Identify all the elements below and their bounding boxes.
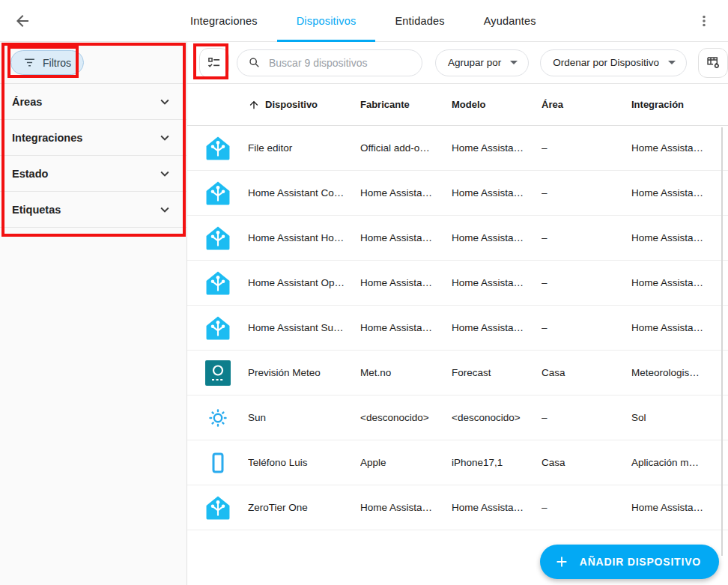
- device-area: –: [542, 412, 631, 423]
- home-assistant-icon: [204, 225, 231, 252]
- chevron-down-icon: [157, 130, 173, 146]
- search-icon: [248, 56, 261, 70]
- filters-row: Filtros: [0, 42, 186, 84]
- section-label: Estado: [12, 168, 48, 180]
- column-header-fabricante[interactable]: Fabricante: [360, 99, 452, 110]
- device-manufacturer: Home Assista…: [360, 277, 452, 288]
- column-header-integracion[interactable]: Integración: [631, 99, 728, 110]
- device-area: –: [542, 187, 631, 198]
- device-name: ZeroTier One: [248, 502, 360, 513]
- device-model: Home Assista…: [452, 322, 542, 333]
- device-name: Home Assistant Co…: [248, 187, 360, 198]
- dropdown-caret-icon: [668, 61, 676, 64]
- device-name: Home Assistant Ho…: [248, 232, 360, 243]
- sun-icon: [204, 404, 231, 431]
- device-name: Home Assistant Op…: [248, 277, 360, 288]
- tab-integraciones[interactable]: Integraciones: [171, 0, 277, 42]
- back-arrow-icon[interactable]: [12, 10, 33, 31]
- sidebar-section-estado[interactable]: Estado: [0, 156, 186, 192]
- device-manufacturer: Home Assista…: [360, 232, 452, 243]
- add-device-label: AÑADIR DISPOSITIVO: [580, 556, 701, 568]
- table-header: Dispositivo Fabricante Modelo Área Integ…: [187, 84, 728, 126]
- search-box: [237, 49, 422, 76]
- sort-by-button[interactable]: Ordenar por Dispositivo: [540, 49, 687, 76]
- sidebar-section-areas[interactable]: Áreas: [0, 84, 186, 120]
- device-integration: Aplicación m…: [631, 457, 728, 468]
- device-area: –: [542, 277, 631, 288]
- overflow-menu-icon[interactable]: [694, 10, 715, 31]
- device-integration: Home Assista…: [631, 322, 728, 333]
- device-integration: Home Assista…: [631, 187, 728, 198]
- table-row[interactable]: Previsión Meteo Met.no Forecast Casa Met…: [187, 351, 728, 395]
- device-area: –: [542, 322, 631, 333]
- device-area: Casa: [542, 457, 631, 468]
- device-name: Sun: [248, 412, 360, 423]
- device-manufacturer: Home Assista…: [360, 502, 452, 513]
- column-header-area[interactable]: Área: [542, 99, 631, 110]
- tab-ayudantes[interactable]: Ayudantes: [464, 0, 556, 42]
- column-header-modelo[interactable]: Modelo: [452, 99, 542, 110]
- met-no-weather-icon: [204, 360, 231, 387]
- device-name: File editor: [248, 142, 360, 154]
- home-assistant-icon: [204, 180, 231, 207]
- table-row[interactable]: Home Assistant Su… Home Assista… Home As…: [187, 306, 728, 351]
- device-manufacturer: Apple: [360, 457, 452, 468]
- sidebar-section-integraciones[interactable]: Integraciones: [0, 120, 186, 156]
- plus-icon: [553, 554, 570, 570]
- table-gear-icon: [706, 55, 721, 70]
- device-name: Teléfono Luis: [248, 457, 360, 468]
- tab-bar: Integraciones Dispositivos Entidades Ayu…: [171, 0, 556, 42]
- dropdown-caret-icon: [510, 61, 518, 64]
- filters-button[interactable]: Filtros: [10, 50, 84, 75]
- tab-dispositivos[interactable]: Dispositivos: [277, 0, 376, 42]
- device-model: <desconocido>: [452, 412, 542, 423]
- filters-button-label: Filtros: [43, 57, 71, 69]
- table-row[interactable]: Home Assistant Co… Home Assista… Home As…: [187, 171, 728, 216]
- group-by-button[interactable]: Agrupar por: [435, 49, 529, 76]
- add-device-button[interactable]: AÑADIR DISPOSITIVO: [540, 545, 719, 579]
- device-manufacturer: <desconocido>: [360, 412, 452, 423]
- chevron-down-icon: [157, 166, 173, 182]
- home-assistant-icon: [204, 135, 231, 162]
- search-input[interactable]: [269, 57, 413, 69]
- device-area: –: [542, 232, 631, 243]
- column-header-dispositivo[interactable]: Dispositivo: [248, 99, 360, 111]
- filter-sidebar: Filtros Áreas Integraciones Estado Etiqu…: [0, 42, 187, 585]
- device-model: Forecast: [452, 367, 542, 378]
- table-row[interactable]: Teléfono Luis Apple iPhone17,1 Casa Apli…: [187, 440, 728, 485]
- device-name: Previsión Meteo: [248, 367, 360, 378]
- tab-entidades[interactable]: Entidades: [375, 0, 464, 42]
- table-row[interactable]: ZeroTier One Home Assista… Home Assista……: [187, 485, 728, 530]
- list-checks-icon: [207, 55, 222, 70]
- device-integration: Home Assista…: [631, 142, 728, 154]
- sort-by-label: Ordenar por Dispositivo: [553, 57, 659, 68]
- device-manufacturer: Home Assista…: [360, 187, 452, 198]
- smartphone-icon: [204, 449, 231, 476]
- vertical-scrollbar[interactable]: [721, 127, 723, 556]
- device-manufacturer: Met.no: [360, 367, 452, 378]
- filter-variant-icon: [23, 56, 36, 69]
- table-row[interactable]: Home Assistant Ho… Home Assista… Home As…: [187, 216, 728, 261]
- table-row[interactable]: Sun <desconocido> <desconocido> – Sol: [187, 395, 728, 440]
- section-label: Áreas: [12, 96, 42, 108]
- device-area: –: [542, 142, 631, 154]
- section-label: Etiquetas: [12, 204, 61, 216]
- device-integration: Sol: [631, 412, 728, 423]
- group-by-label: Agrupar por: [448, 57, 501, 68]
- sidebar-section-etiquetas[interactable]: Etiquetas: [0, 192, 186, 228]
- device-integration: Home Assista…: [631, 277, 728, 288]
- top-app-bar: Integraciones Dispositivos Entidades Ayu…: [0, 0, 728, 42]
- column-settings-button[interactable]: [698, 48, 728, 78]
- device-model: Home Assista…: [452, 187, 542, 198]
- device-manufacturer: Home Assista…: [360, 322, 452, 333]
- device-model: Home Assista…: [452, 502, 542, 513]
- devices-panel: Agrupar por Ordenar por Dispositivo: [187, 42, 728, 585]
- table-row[interactable]: File editor Official add-o… Home Assista…: [187, 126, 728, 171]
- device-name: Home Assistant Su…: [248, 322, 360, 333]
- device-model: Home Assista…: [452, 232, 542, 243]
- table-row[interactable]: Home Assistant Op… Home Assista… Home As…: [187, 261, 728, 306]
- device-integration: Home Assista…: [631, 502, 728, 513]
- device-model: iPhone17,1: [452, 457, 542, 468]
- device-manufacturer: Official add-o…: [360, 142, 452, 154]
- toggle-filters-button[interactable]: [199, 48, 229, 78]
